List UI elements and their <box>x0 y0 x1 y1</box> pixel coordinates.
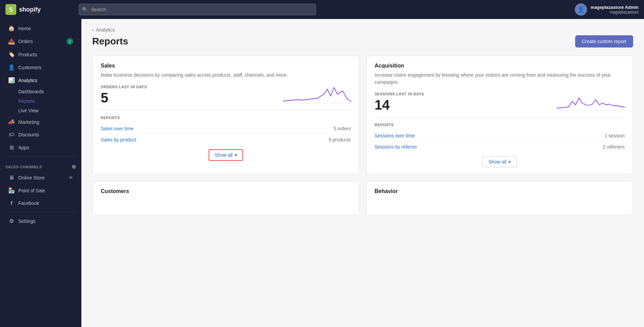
acquisition-show-all-chevron: ▾ <box>508 159 511 165</box>
sidebar-item-point-of-sale[interactable]: 🏪 Point of Sale <box>3 184 79 197</box>
sidebar-item-label: Analytics <box>18 78 37 83</box>
online-store-eye-icon[interactable]: 👁 <box>69 175 73 180</box>
sales-over-time-stat: 5 orders <box>333 126 351 131</box>
shopify-logo-icon: S <box>5 4 16 15</box>
sidebar-item-settings[interactable]: ⚙ Settings <box>3 215 79 227</box>
home-icon: 🏠 <box>8 25 15 32</box>
sidebar-item-products[interactable]: 🏷️ Products <box>3 48 79 61</box>
sidebar-item-facebook[interactable]: f Facebook <box>3 197 79 209</box>
sidebar-item-label: Orders <box>18 39 33 44</box>
acquisition-show-all-wrap: Show all ▾ <box>375 156 625 167</box>
acquisition-report-row-1: Sessions by referrer 2 referrers <box>375 141 625 152</box>
sidebar-item-label: Marketing <box>18 119 39 125</box>
sidebar-item-discounts[interactable]: 🏷 Discounts <box>3 129 79 141</box>
sidebar-item-customers[interactable]: 👤 Customers <box>3 61 79 74</box>
products-icon: 🏷️ <box>8 51 15 58</box>
sales-report-row-1: Sales by product 5 products <box>101 134 351 145</box>
acquisition-sparkline-area <box>557 91 625 112</box>
sidebar-item-label: Discounts <box>18 132 39 137</box>
sidebar-sub-dashboards[interactable]: Dashboards <box>16 87 79 96</box>
sidebar-divider-2 <box>5 212 76 212</box>
breadcrumb-text: Analytics <box>96 27 115 33</box>
sales-metric-section: ORDERS LAST 30 DAYS 5 <box>101 84 351 110</box>
sales-card-title: Sales <box>101 63 351 69</box>
sales-show-all-wrap: Show all ▾ <box>101 149 351 161</box>
facebook-icon: f <box>8 200 15 206</box>
analytics-submenu: Dashboards Reports Live View <box>16 87 79 115</box>
sales-channels-label: SALES CHANNELS ⊕ <box>0 159 81 171</box>
acquisition-reports-label: REPORTS <box>375 123 625 127</box>
svg-text:S: S <box>9 6 13 13</box>
logo-text: shopify <box>19 6 41 13</box>
sales-by-product-link[interactable]: Sales by product <box>101 137 136 142</box>
user-name: mageplazastore Admin <box>590 5 639 10</box>
behavior-card-title: Behavior <box>375 188 625 194</box>
sidebar-item-home[interactable]: 🏠 Home <box>3 22 79 35</box>
user-area[interactable]: 👤 mageplazastore Admin mageplazastore <box>575 3 639 16</box>
sidebar-item-label: Point of Sale <box>18 188 45 193</box>
sales-metric-value: 5 <box>101 91 147 104</box>
sidebar: 🏠 Home 📥 Orders 2 🏷️ Products 👤 Customer… <box>0 19 81 327</box>
discounts-icon: 🏷 <box>8 132 15 138</box>
sidebar-divider <box>5 156 76 157</box>
acquisition-metric-label: SESSIONS LAST 30 DAYS <box>375 92 424 96</box>
main-content: ‹ Analytics Reports Create custom report… <box>81 19 644 327</box>
marketing-icon: 📣 <box>8 119 15 125</box>
sales-reports-label: REPORTS <box>101 116 351 120</box>
sidebar-item-label: Apps <box>18 145 29 150</box>
acquisition-show-all-label: Show all <box>488 159 506 165</box>
search-input[interactable] <box>79 4 316 15</box>
sidebar-item-marketing[interactable]: 📣 Marketing <box>3 116 79 128</box>
acquisition-metric-section: SESSIONS LAST 30 DAYS 14 <box>375 91 625 117</box>
create-custom-report-button[interactable]: Create custom report <box>575 35 633 47</box>
breadcrumb[interactable]: ‹ Analytics <box>92 27 633 33</box>
sales-sparkline-area <box>283 84 351 104</box>
analytics-icon: 📊 <box>8 77 15 83</box>
online-store-icon: 🖥 <box>8 175 15 181</box>
behavior-card: Behavior <box>366 181 633 215</box>
sales-show-all-label: Show all <box>215 152 233 158</box>
acquisition-show-all-button[interactable]: Show all ▾ <box>483 156 516 167</box>
acquisition-report-row-0: Sessions over time 1 session <box>375 130 625 141</box>
apps-icon: ⊞ <box>8 144 15 151</box>
customers-card-title: Customers <box>101 188 351 194</box>
page-header: Reports Create custom report <box>92 35 633 47</box>
pos-icon: 🏪 <box>8 187 15 194</box>
sessions-by-referrer-link[interactable]: Sessions by referrer <box>375 144 417 150</box>
sidebar-item-online-store[interactable]: 🖥 Online Store 👁 <box>3 172 79 184</box>
acquisition-sparkline <box>557 91 625 112</box>
sales-report-row-0: Sales over time 5 orders <box>101 123 351 134</box>
search-bar[interactable]: 🔍 <box>79 4 316 15</box>
sessions-by-referrer-stat: 2 referrers <box>603 144 625 150</box>
acquisition-card: Acquisition Increase visitor engagement … <box>366 56 633 174</box>
app-body: 🏠 Home 📥 Orders 2 🏷️ Products 👤 Customer… <box>0 19 644 327</box>
breadcrumb-arrow: ‹ <box>92 27 94 33</box>
settings-icon: ⚙ <box>8 218 15 224</box>
search-icon: 🔍 <box>82 7 88 12</box>
user-info: mageplazastore Admin mageplazastore <box>590 5 639 15</box>
sales-show-all-chevron: ▾ <box>235 152 237 158</box>
top-nav: S shopify 🔍 👤 mageplazastore Admin magep… <box>0 0 644 19</box>
sales-reports-section: REPORTS Sales over time 5 orders Sales b… <box>101 116 351 145</box>
sessions-over-time-link[interactable]: Sessions over time <box>375 133 415 138</box>
sales-over-time-link[interactable]: Sales over time <box>101 126 133 131</box>
sales-by-product-stat: 5 products <box>329 137 351 142</box>
sidebar-item-label: Products <box>18 52 37 57</box>
sidebar-item-analytics[interactable]: 📊 Analytics <box>3 74 79 86</box>
sales-metric-label: ORDERS LAST 30 DAYS <box>101 85 147 89</box>
add-channel-icon[interactable]: ⊕ <box>72 164 76 170</box>
sales-show-all-button[interactable]: Show all ▾ <box>209 149 243 161</box>
acquisition-reports-section: REPORTS Sessions over time 1 session Ses… <box>375 123 625 152</box>
sidebar-sub-liveview[interactable]: Live View <box>16 106 79 115</box>
user-store: mageplazastore <box>590 10 639 15</box>
acquisition-metric-value: 14 <box>375 98 424 112</box>
logo-area: S shopify <box>5 4 73 15</box>
customers-icon: 👤 <box>8 64 15 71</box>
sidebar-item-apps[interactable]: ⊞ Apps <box>3 141 79 154</box>
acquisition-card-desc: Increase visitor engagement by knowing w… <box>375 72 625 86</box>
sidebar-item-orders[interactable]: 📥 Orders 2 <box>3 35 79 48</box>
customers-card: Customers <box>92 181 359 215</box>
sidebar-sub-reports[interactable]: Reports <box>16 96 79 106</box>
sales-card-desc: Make business decisions by comparing sal… <box>101 72 351 79</box>
sidebar-item-label: Settings <box>18 218 36 224</box>
